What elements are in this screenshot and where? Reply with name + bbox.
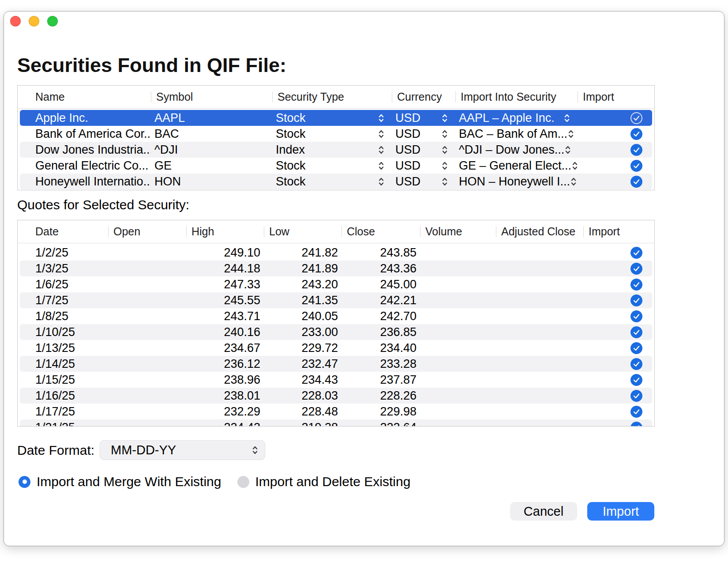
date-format-select[interactable]: MM-DD-YY — [100, 440, 265, 460]
chevron-up-down-icon — [571, 161, 578, 171]
security-row[interactable]: Dow Jones Industria...^DJIIndexUSD^DJI –… — [20, 142, 652, 158]
security-type-select[interactable]: Stock — [272, 127, 392, 141]
import-checkbox[interactable] — [630, 144, 642, 156]
security-symbol-cell: GE — [151, 159, 272, 173]
currency-select[interactable]: USD — [392, 175, 455, 189]
import-into-security-select[interactable]: GE – General Elect... — [455, 159, 578, 173]
chevron-up-down-icon — [441, 145, 448, 155]
column-header-adjusted-close: Adjusted Close — [496, 220, 583, 243]
import-button[interactable]: Import — [587, 502, 654, 521]
security-type-select-value: Index — [276, 143, 305, 157]
quote-close-cell: 229.98 — [341, 405, 420, 419]
import-checkbox[interactable] — [630, 176, 642, 188]
quote-close-cell: 222.64 — [341, 421, 420, 427]
zoom-button[interactable] — [47, 16, 58, 26]
import-checkbox[interactable] — [630, 112, 642, 124]
quote-low-cell: 232.47 — [264, 357, 341, 371]
currency-select-value: USD — [395, 111, 420, 125]
security-row[interactable]: Honeywell Internatio...HONStockUSDHON – … — [20, 174, 652, 189]
import-checkbox[interactable] — [630, 247, 642, 259]
quote-date-cell: 1/17/25 — [20, 405, 108, 419]
import-checkbox[interactable] — [630, 310, 642, 322]
security-type-select[interactable]: Stock — [272, 175, 392, 189]
import-checkbox[interactable] — [630, 160, 642, 172]
quote-close-cell: 243.36 — [341, 262, 420, 276]
date-format-label: Date Format: — [17, 442, 94, 458]
security-type-select[interactable]: Index — [272, 143, 392, 157]
quote-low-cell: 229.72 — [264, 341, 341, 355]
security-type-select-value: Stock — [276, 127, 306, 141]
quote-high-cell: 244.18 — [186, 262, 264, 276]
import-checkbox[interactable] — [630, 342, 642, 354]
import-cell — [578, 160, 652, 172]
security-name-cell: Dow Jones Industria... — [20, 143, 151, 157]
chevron-up-down-icon — [378, 161, 385, 171]
column-header-import: Import — [578, 86, 654, 108]
security-type-select-value: Stock — [276, 111, 306, 125]
import-cell — [578, 176, 652, 188]
security-type-select[interactable]: Stock — [272, 159, 392, 173]
import-into-security-select-value: HON – Honeywell I... — [459, 175, 570, 189]
radio-on-icon — [19, 476, 30, 488]
import-checkbox[interactable] — [630, 279, 642, 291]
import-checkbox[interactable] — [630, 390, 642, 402]
security-row[interactable]: Bank of America Cor...BACStockUSDBAC – B… — [20, 126, 652, 142]
import-into-security-select[interactable]: HON – Honeywell I... — [455, 175, 578, 189]
import-checkbox[interactable] — [630, 358, 642, 370]
radio-import-delete[interactable]: Import and Delete Existing — [237, 474, 411, 489]
currency-select[interactable]: USD — [392, 127, 455, 141]
import-into-security-select[interactable]: AAPL – Apple Inc. — [455, 111, 578, 125]
chevron-up-down-icon — [563, 113, 570, 123]
import-mode-group: Import and Merge With Existing Import an… — [19, 474, 410, 489]
security-type-select[interactable]: Stock — [272, 111, 392, 125]
import-cell — [583, 374, 652, 386]
currency-select[interactable]: USD — [392, 159, 455, 173]
import-checkbox[interactable] — [630, 295, 642, 306]
import-checkbox[interactable] — [630, 128, 642, 140]
import-checkbox[interactable] — [630, 374, 642, 386]
quote-high-cell: 236.12 — [186, 357, 264, 371]
quote-low-cell: 233.00 — [264, 325, 341, 339]
import-checkbox[interactable] — [630, 406, 642, 418]
close-button[interactable] — [10, 16, 21, 26]
import-checkbox[interactable] — [630, 326, 642, 338]
import-cell — [578, 128, 652, 140]
currency-select[interactable]: USD — [392, 111, 455, 125]
chevron-up-down-icon — [378, 113, 385, 123]
quote-row: 1/14/25236.12232.47233.28 — [20, 356, 652, 372]
quote-high-cell: 232.29 — [186, 405, 264, 419]
chevron-up-down-icon — [441, 129, 448, 139]
chevron-up-down-icon — [441, 161, 448, 171]
radio-import-merge[interactable]: Import and Merge With Existing — [19, 474, 221, 489]
column-header-import: Import — [583, 220, 654, 243]
quote-row: 1/17/25232.29228.48229.98 — [20, 404, 652, 419]
quote-close-cell: 234.40 — [341, 341, 420, 355]
quote-row: 1/8/25243.71240.05242.70 — [20, 308, 652, 324]
security-row[interactable]: General Electric Co...GEStockUSDGE – Gen… — [20, 158, 652, 174]
quote-row: 1/2/25249.10241.82243.85 — [20, 245, 652, 261]
quote-high-cell: 249.10 — [186, 246, 264, 260]
cancel-button[interactable]: Cancel — [510, 502, 577, 521]
column-header-high: High — [186, 220, 264, 243]
import-into-security-select[interactable]: BAC – Bank of Am... — [455, 127, 578, 141]
import-cell — [583, 358, 652, 370]
chevron-up-down-icon — [567, 129, 574, 139]
date-format-value: MM-DD-YY — [111, 443, 176, 457]
quote-close-cell: 228.26 — [341, 389, 420, 403]
import-into-security-select[interactable]: ^DJI – Dow Jones... — [455, 143, 578, 157]
quote-close-cell: 236.85 — [341, 325, 420, 339]
quote-date-cell: 1/10/25 — [20, 325, 108, 339]
quote-close-cell: 237.87 — [341, 373, 420, 387]
import-checkbox[interactable] — [630, 422, 642, 427]
currency-select-value: USD — [395, 127, 420, 141]
currency-select[interactable]: USD — [392, 143, 455, 157]
security-symbol-cell: HON — [151, 175, 272, 189]
column-header-import-into-security: Import Into Security — [455, 86, 578, 108]
minimize-button[interactable] — [29, 16, 39, 26]
import-cell — [583, 279, 652, 291]
quote-high-cell: 245.55 — [186, 294, 264, 307]
import-checkbox[interactable] — [630, 263, 642, 275]
chevron-up-down-icon — [378, 177, 385, 187]
quote-low-cell: 241.89 — [264, 262, 341, 276]
security-row[interactable]: Apple Inc.AAPLStockUSDAAPL – Apple Inc. — [20, 110, 652, 126]
